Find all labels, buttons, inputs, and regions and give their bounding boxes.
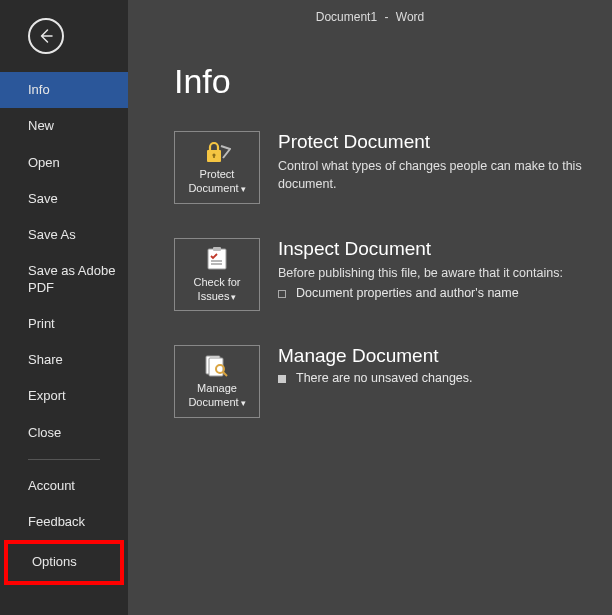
nav-item-save[interactable]: Save xyxy=(0,181,128,217)
lock-icon xyxy=(203,140,231,164)
bullet-icon xyxy=(278,290,286,298)
check-for-issues-button[interactable]: Check for Issues▾ xyxy=(174,238,260,311)
nav-item-export[interactable]: Export xyxy=(0,378,128,414)
nav-separator xyxy=(28,459,100,460)
manage-tile-label: Manage Document▾ xyxy=(175,382,259,410)
nav-item-account[interactable]: Account xyxy=(0,468,128,504)
manage-status-text: There are no unsaved changes. xyxy=(296,371,473,385)
nav-item-share[interactable]: Share xyxy=(0,342,128,378)
inspect-item: Document properties and author's name xyxy=(278,286,592,300)
section-protect: Protect Document▾ Protect Document Contr… xyxy=(174,131,592,204)
check-issues-tile-label: Check for Issues▾ xyxy=(175,276,259,304)
nav-item-info[interactable]: Info xyxy=(0,72,128,108)
main-panel: Document1 - Word Info Protect Docume xyxy=(128,0,612,615)
svg-rect-4 xyxy=(213,247,221,251)
inspect-title: Inspect Document xyxy=(278,238,592,260)
inspect-lead: Before publishing this file, be aware th… xyxy=(278,264,592,282)
inspect-item-text: Document properties and author's name xyxy=(296,286,519,300)
svg-rect-2 xyxy=(213,155,215,158)
protect-tile-label: Protect Document▾ xyxy=(175,168,259,196)
window-title: Document1 - Word xyxy=(128,10,612,24)
manage-document-button[interactable]: Manage Document▾ xyxy=(174,345,260,418)
section-inspect: Check for Issues▾ Inspect Document Befor… xyxy=(174,238,592,311)
svg-rect-3 xyxy=(208,249,226,269)
nav-item-options[interactable]: Options xyxy=(8,544,120,580)
document-name: Document1 xyxy=(316,10,377,24)
backstage-sidebar: Info New Open Save Save As Save as Adobe… xyxy=(0,0,128,615)
section-manage: Manage Document▾ Manage Document There a… xyxy=(174,345,592,418)
back-arrow-icon xyxy=(37,27,55,45)
nav-item-save-as-adobe-pdf[interactable]: Save as Adobe PDF xyxy=(0,253,128,306)
nav-list: Info New Open Save Save As Save as Adobe… xyxy=(0,72,128,585)
nav-item-save-as[interactable]: Save As xyxy=(0,217,128,253)
nav-item-print[interactable]: Print xyxy=(0,306,128,342)
options-highlight: Options xyxy=(4,540,124,584)
chevron-down-icon: ▾ xyxy=(231,292,236,302)
protect-title: Protect Document xyxy=(278,131,592,153)
app-name: Word xyxy=(396,10,424,24)
status-icon xyxy=(278,375,286,383)
checklist-icon xyxy=(204,246,230,272)
nav-item-feedback[interactable]: Feedback xyxy=(0,504,128,540)
nav-item-new[interactable]: New xyxy=(0,108,128,144)
manage-title: Manage Document xyxy=(278,345,592,367)
nav-item-close[interactable]: Close xyxy=(0,415,128,451)
document-search-icon xyxy=(203,354,231,378)
nav-item-open[interactable]: Open xyxy=(0,145,128,181)
title-separator: - xyxy=(384,10,388,24)
page-title: Info xyxy=(174,62,592,101)
protect-document-button[interactable]: Protect Document▾ xyxy=(174,131,260,204)
chevron-down-icon: ▾ xyxy=(241,184,246,194)
svg-line-10 xyxy=(223,372,227,376)
protect-description: Control what types of changes people can… xyxy=(278,157,592,193)
manage-status-row: There are no unsaved changes. xyxy=(278,371,592,385)
back-button[interactable] xyxy=(28,18,64,54)
chevron-down-icon: ▾ xyxy=(241,398,246,408)
